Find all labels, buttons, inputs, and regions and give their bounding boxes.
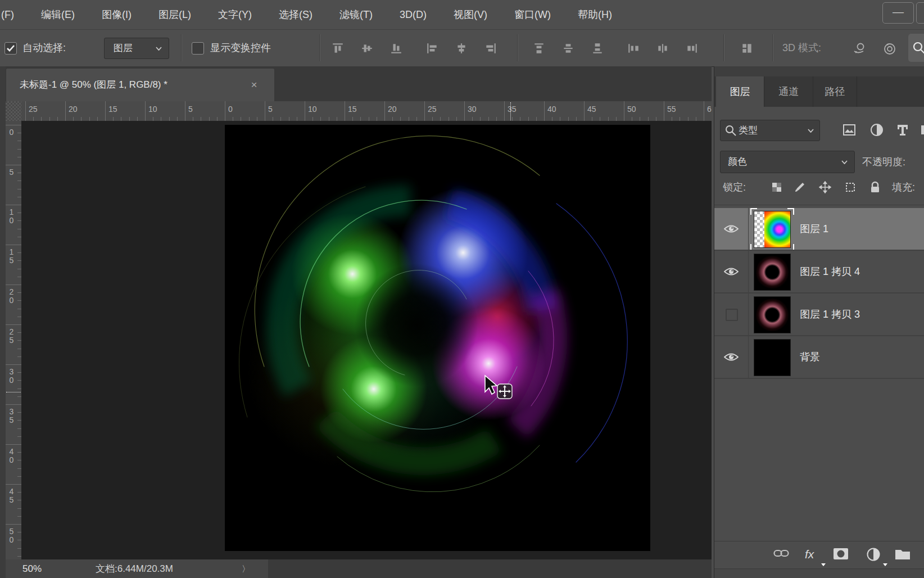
ruler-tick: [17, 292, 21, 293]
align-left-edges-icon[interactable]: [426, 42, 438, 55]
tab-paths[interactable]: 路径: [813, 76, 857, 107]
ruler-tick: [464, 101, 465, 121]
auto-select-checkbox[interactable]: [4, 42, 17, 55]
layer-thumbnail[interactable]: [754, 339, 791, 376]
caret-down-icon: [821, 563, 826, 566]
layer-thumbnail[interactable]: [754, 211, 791, 248]
ruler-tick: [352, 117, 353, 121]
auto-select-target-dropdown[interactable]: 图层: [104, 38, 169, 59]
align-vertical-centers-icon[interactable]: [361, 42, 373, 55]
menu-item[interactable]: 编辑(E): [28, 0, 88, 29]
layer-filter-dropdown[interactable]: 类型: [720, 120, 820, 141]
divider: [714, 378, 924, 379]
zoom-level-field[interactable]: 50%: [22, 559, 42, 578]
new-adjustment-layer-icon[interactable]: [867, 548, 881, 561]
canvas-viewport[interactable]: [21, 121, 712, 559]
ruler-tick: [249, 117, 250, 121]
ruler-tick: [65, 101, 66, 121]
3d-roll-icon[interactable]: [882, 41, 895, 53]
visibility-cell[interactable]: [714, 293, 749, 335]
layer-name[interactable]: 图层 1 拷贝 4: [800, 251, 860, 292]
layer-row-背景[interactable]: 背景: [714, 336, 924, 378]
adjustment-layers-filter-icon[interactable]: [870, 123, 884, 137]
ruler-tick: [696, 117, 696, 121]
ruler-tick: [17, 189, 21, 189]
3d-mode-label: 3D 模式:: [782, 30, 821, 66]
ruler-tick: [17, 389, 21, 389]
menu-item[interactable]: 图层(L): [145, 0, 205, 29]
menu-item[interactable]: 文字(Y): [205, 0, 265, 29]
new-group-folder-icon[interactable]: [895, 548, 909, 561]
lock-artboard-icon[interactable]: [844, 181, 857, 193]
document-canvas[interactable]: [225, 125, 650, 551]
add-layer-mask-icon[interactable]: [833, 548, 848, 561]
align-bottom-edges-icon[interactable]: [390, 42, 402, 55]
ruler-label: 10: [308, 105, 317, 114]
auto-align-layers-icon[interactable]: [741, 42, 753, 55]
link-layers-icon[interactable]: [773, 548, 788, 561]
distribute-right-edges-icon[interactable]: [686, 42, 698, 55]
layer-row-图层-1-拷贝-3[interactable]: 图层 1 拷贝 3: [714, 293, 924, 335]
menu-item[interactable]: 滤镜(T): [326, 0, 386, 29]
tab-layers[interactable]: 图层: [716, 76, 764, 107]
ruler-tick: [241, 117, 241, 121]
ruler-tick: [17, 180, 21, 181]
distribute-left-edges-icon[interactable]: [627, 42, 640, 55]
shape-layers-filter-icon[interactable]: [920, 123, 924, 137]
layer-style-fx-icon[interactable]: fx: [805, 548, 819, 561]
ruler-tick: [17, 436, 21, 437]
menu-item[interactable]: 窗口(W): [501, 0, 564, 29]
ruler-label: 55: [667, 105, 676, 114]
visibility-cell[interactable]: [714, 251, 749, 292]
layer-thumbnail[interactable]: [754, 296, 791, 333]
layer-row-图层-1[interactable]: 图层 1: [714, 208, 924, 250]
menu-item[interactable]: (F): [0, 0, 28, 29]
ruler-tick: [129, 117, 130, 121]
layer-name[interactable]: 图层 1: [800, 208, 828, 250]
distribute-top-edges-icon[interactable]: [533, 42, 545, 55]
align-right-edges-icon[interactable]: [484, 42, 497, 55]
type-layers-filter-icon[interactable]: [896, 123, 909, 137]
distribute-bottom-edges-icon[interactable]: [591, 42, 604, 55]
3d-zoom-button[interactable]: [908, 34, 924, 62]
3d-orbit-icon[interactable]: [852, 41, 864, 53]
menu-item[interactable]: 图像(I): [88, 0, 145, 29]
ruler-tick: [17, 380, 21, 381]
ruler-tick: [528, 117, 529, 121]
document-tab[interactable]: 未标题-1 @ 50% (图层 1, RGB/8) * ×: [6, 69, 274, 101]
lock-position-icon[interactable]: [819, 181, 831, 193]
lock-all-icon[interactable]: [869, 181, 881, 193]
layer-thumbnail[interactable]: [754, 254, 791, 291]
layer-name[interactable]: 图层 1 拷贝 3: [800, 293, 860, 335]
show-transform-checkbox[interactable]: [192, 42, 204, 55]
layer-row-图层-1-拷贝-4[interactable]: 图层 1 拷贝 4: [714, 251, 924, 292]
distribute-vertical-centers-icon[interactable]: [562, 42, 574, 55]
pixel-layers-filter-icon[interactable]: [843, 123, 856, 137]
align-horizontal-centers-icon[interactable]: [455, 42, 468, 55]
tab-close-button[interactable]: ×: [247, 78, 261, 92]
distribute-horizontal-centers-icon[interactable]: [656, 42, 669, 55]
visibility-cell[interactable]: [714, 208, 749, 250]
visibility-cell[interactable]: [714, 336, 749, 378]
ruler-tick: [329, 117, 329, 121]
align-top-edges-icon[interactable]: [332, 42, 344, 55]
lock-transparent-pixels-icon[interactable]: [771, 181, 783, 193]
blend-mode-dropdown[interactable]: 颜色: [720, 151, 855, 173]
ruler-tick: [6, 404, 21, 405]
menu-item[interactable]: 3D(D): [386, 0, 440, 29]
window-control-partial[interactable]: [916, 2, 924, 24]
ruler-tick: [17, 300, 21, 301]
layer-name[interactable]: 背景: [800, 336, 820, 378]
menu-item[interactable]: 帮助(H): [564, 0, 626, 29]
panel-bottom-strip: [714, 568, 924, 578]
tab-channels[interactable]: 通道: [764, 76, 813, 107]
ruler-tick: [496, 117, 497, 121]
lock-image-pixels-icon[interactable]: [794, 181, 806, 193]
menu-item[interactable]: 选择(S): [265, 0, 326, 29]
menu-item[interactable]: 视图(V): [440, 0, 501, 29]
ruler-origin-corner[interactable]: [6, 101, 22, 121]
horizontal-ruler: 25201510505101520253035404550556: [21, 101, 712, 121]
minimize-button[interactable]: —: [882, 2, 914, 24]
ruler-tick: [17, 317, 21, 317]
status-options-chevron[interactable]: 〉: [242, 559, 250, 578]
